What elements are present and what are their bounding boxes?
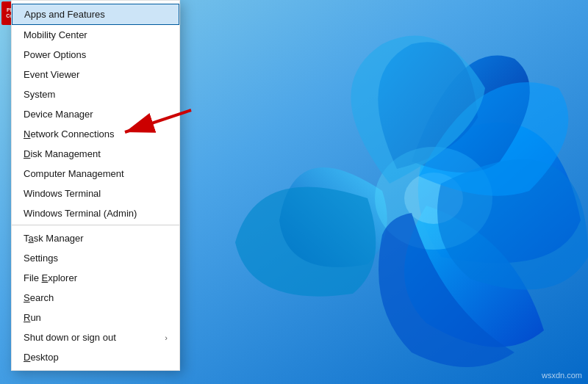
menu-item-shut-down[interactable]: Shut down or sign out› xyxy=(12,327,179,347)
context-menu: Apps and FeaturesMobility CenterPower Op… xyxy=(11,0,180,371)
menu-item-windows-terminal[interactable]: Windows Terminal xyxy=(12,184,179,203)
menu-item-label: Settings xyxy=(24,253,58,264)
menu-item-event-viewer[interactable]: Event Viewer xyxy=(12,65,179,84)
menu-item-label: Desktop xyxy=(24,352,59,363)
menu-item-label: Power Options xyxy=(24,49,86,60)
menu-item-settings[interactable]: Settings xyxy=(12,248,179,268)
menu-item-apps-features[interactable]: Apps and Features xyxy=(12,4,179,25)
menu-item-label: Mobility Center xyxy=(24,29,87,40)
menu-item-task-manager[interactable]: Task Manager xyxy=(12,228,179,248)
menu-item-desktop[interactable]: Desktop xyxy=(12,347,179,367)
menu-item-label: Windows Terminal xyxy=(24,188,101,199)
menu-item-run[interactable]: Run xyxy=(12,308,179,327)
menu-item-label: Device Manager xyxy=(24,109,93,120)
menu-item-label: Windows Terminal (Admin) xyxy=(24,208,137,219)
menu-item-mobility-center[interactable]: Mobility Center xyxy=(12,25,179,45)
menu-item-label: Event Viewer xyxy=(24,69,79,80)
menu-item-label: Network Connections xyxy=(24,128,115,140)
menu-item-device-manager[interactable]: Device Manager xyxy=(12,104,179,124)
watermark: wsxdn.com xyxy=(542,371,582,380)
menu-item-label: Computer Management xyxy=(24,168,124,179)
menu-item-label: Shut down or sign out xyxy=(24,332,116,343)
menu-item-file-explorer[interactable]: File Explorer xyxy=(12,268,179,288)
menu-item-label: Run xyxy=(24,312,41,323)
menu-item-power-options[interactable]: Power Options xyxy=(12,45,179,65)
menu-item-network-connections[interactable]: Network Connections xyxy=(12,124,179,144)
menu-item-search[interactable]: Search xyxy=(12,288,179,308)
menu-item-computer-management[interactable]: Computer Management xyxy=(12,164,179,184)
submenu-chevron-icon: › xyxy=(165,333,168,342)
menu-item-system[interactable]: System xyxy=(12,84,179,104)
menu-item-label: Disk Management xyxy=(24,148,101,159)
menu-item-label: Search xyxy=(24,292,54,303)
menu-item-label: File Explorer xyxy=(24,272,77,283)
menu-item-disk-management[interactable]: Disk Management xyxy=(12,144,179,164)
menu-item-label: Task Manager xyxy=(24,233,84,244)
menu-item-windows-terminal-admin[interactable]: Windows Terminal (Admin) xyxy=(12,203,179,225)
menu-item-label: Apps and Features xyxy=(24,9,105,20)
menu-item-label: System xyxy=(24,89,55,100)
